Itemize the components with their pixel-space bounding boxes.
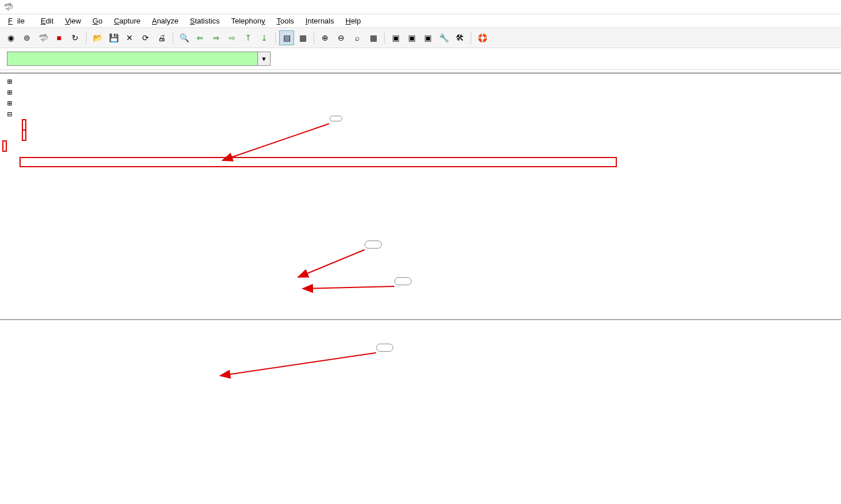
tools-button[interactable]: 🛠 [452, 30, 467, 45]
callout-ack [394, 277, 412, 285]
jump-button[interactable]: ⇨ [225, 30, 240, 45]
filter-input[interactable] [7, 52, 258, 66]
packet-list [0, 70, 841, 74]
frame-line[interactable]: ⊞ [0, 76, 841, 87]
menu-tools[interactable]: Tools [272, 15, 299, 26]
go-back-button[interactable]: ⇐ [193, 30, 208, 45]
callout-seq [365, 241, 382, 249]
flag-ack[interactable] [0, 141, 841, 152]
ip-line[interactable]: ⊞ [0, 98, 841, 109]
last-packet-button[interactable]: ⤓ [257, 30, 272, 45]
first-packet-button[interactable]: ⤒ [241, 30, 256, 45]
menu-help[interactable]: Help [341, 15, 366, 26]
start-capture-button[interactable]: 🦈 [36, 30, 50, 45]
callout-ack-flag [376, 344, 393, 352]
app-icon: 🦈 [3, 2, 13, 11]
reload-button[interactable]: ⟳ [138, 30, 153, 45]
save-button[interactable]: 💾 [106, 30, 121, 45]
callout-tcp-4th-wave [330, 116, 342, 121]
open-file-button[interactable]: 📂 [90, 30, 105, 45]
separator [275, 32, 276, 44]
go-forward-button[interactable]: ⇒ [209, 30, 224, 45]
seq-num[interactable] [0, 120, 841, 131]
preferences-button[interactable]: 🔧 [436, 30, 451, 45]
resize-cols-button[interactable]: ▦ [366, 30, 381, 45]
hex-pane[interactable] [0, 320, 841, 355]
zoom-reset-button[interactable]: ⌕ [350, 30, 365, 45]
print-button[interactable]: 🖨 [154, 30, 169, 45]
menubar: File Edit View Go Capture Analyze Statis… [0, 14, 841, 28]
menu-internals[interactable]: Internals [301, 15, 339, 26]
colorize-button[interactable]: ▤ [279, 30, 294, 45]
menu-analyze[interactable]: Analyze [147, 15, 183, 26]
separator [471, 32, 471, 44]
filterbar: ▾ [0, 48, 841, 70]
menu-go[interactable]: Go [88, 15, 107, 26]
menu-file[interactable]: File [3, 15, 34, 26]
filter-dropdown-icon[interactable]: ▾ [258, 52, 271, 66]
separator [314, 32, 314, 44]
capture-options-button[interactable]: ⊚ [19, 30, 34, 45]
capture-filters-button[interactable]: ▣ [388, 30, 403, 45]
ethernet-line[interactable]: ⊞ [0, 87, 841, 98]
menu-capture[interactable]: Capture [109, 15, 145, 26]
find-button[interactable]: 🔍 [177, 30, 191, 45]
separator [173, 32, 173, 44]
help-button[interactable]: 🛟 [475, 30, 490, 45]
stop-capture-button[interactable]: ■ [52, 30, 67, 45]
packet-list-header [0, 70, 841, 73]
toolbar: ◉ ⊚ 🦈 ■ ↻ 📂 💾 ✕ ⟳ 🖨 🔍 ⇐ ⇒ ⇨ ⤒ ⤓ ▤ ▦ ⊕ ⊖ … [0, 28, 841, 48]
separator [384, 32, 385, 44]
svg-line-3 [220, 353, 376, 376]
display-filters-button[interactable]: ▣ [404, 30, 419, 45]
menu-statistics[interactable]: Statistics [185, 15, 224, 26]
ack-num[interactable] [0, 130, 841, 141]
menu-telephony[interactable]: Telephony [226, 15, 269, 26]
separator [86, 32, 87, 44]
restart-capture-button[interactable]: ↻ [68, 30, 83, 45]
coloring-rules-button[interactable]: ▣ [420, 30, 435, 45]
filter-input-wrap: ▾ [7, 52, 271, 66]
packet-details[interactable]: ⊞ ⊞ ⊞ ⊟ [0, 74, 841, 320]
zoom-in-button[interactable]: ⊕ [318, 30, 333, 45]
tcp-line[interactable]: ⊟ [0, 109, 841, 120]
menu-view[interactable]: View [60, 15, 85, 26]
titlebar: 🦈 [0, 0, 841, 14]
menu-edit[interactable]: Edit [36, 15, 58, 26]
list-interfaces-button[interactable]: ◉ [3, 30, 18, 45]
zoom-out-button[interactable]: ⊖ [334, 30, 349, 45]
close-button[interactable]: ✕ [122, 30, 137, 45]
auto-scroll-button[interactable]: ▦ [295, 30, 310, 45]
